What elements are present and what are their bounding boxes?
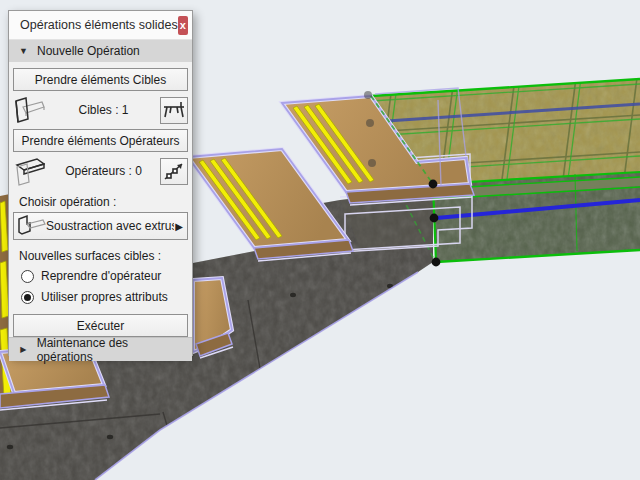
radio-icon[interactable] — [21, 270, 34, 283]
radio-option-propres-attributs[interactable]: Utiliser propres attributs — [21, 289, 188, 305]
section-maintenance[interactable]: ▶ Maintenance des opérations — [9, 337, 192, 361]
targets-counter: Cibles : 1 — [47, 103, 160, 117]
radio-option-reprendre[interactable]: Reprendre d'opérateur — [21, 268, 188, 284]
target-solid-icon — [13, 94, 47, 126]
section-maintenance-label: Maintenance des opérations — [37, 336, 182, 364]
execute-button[interactable]: Exécuter — [13, 314, 188, 337]
operators-counter: Opérateurs : 0 — [47, 164, 160, 178]
radio-icon[interactable] — [21, 291, 34, 304]
section-new-operation[interactable]: ▼ Nouvelle Opération — [9, 40, 192, 62]
dropdown-arrow-icon: ▶ — [174, 221, 184, 232]
palette-titlebar[interactable]: Opérations éléments solides x — [9, 11, 192, 40]
operation-dropdown[interactable]: Soustraction avec extrusi... ▶ — [13, 212, 188, 240]
magic-arrow-icon — [162, 160, 186, 182]
radio-option-propres-attributs-label: Utiliser propres attributs — [41, 290, 168, 304]
section-new-operation-label: Nouvelle Opération — [37, 44, 140, 58]
operator-pick-icon-button[interactable] — [160, 158, 188, 185]
operation-solid-icon — [16, 213, 46, 239]
choose-operation-label: Choisir opération : — [19, 195, 188, 209]
chevron-right-icon: ▶ — [19, 345, 28, 354]
pick-operators-button[interactable]: Prendre éléments Opérateurs — [13, 129, 188, 152]
operation-selected-value: Soustraction avec extrusi... — [46, 219, 174, 233]
pick-targets-button[interactable]: Prendre éléments Cibles — [13, 68, 188, 91]
table-icon — [162, 99, 186, 121]
solid-operations-palette: Opérations éléments solides x ▼ Nouvelle… — [8, 10, 193, 356]
new-surfaces-label: Nouvelles surfaces cibles : — [19, 249, 188, 263]
target-pick-icon-button[interactable] — [160, 97, 188, 124]
palette-title: Opérations éléments solides — [20, 18, 178, 32]
close-icon[interactable]: x — [178, 16, 188, 35]
chevron-down-icon: ▼ — [19, 46, 28, 56]
radio-option-reprendre-label: Reprendre d'opérateur — [41, 269, 161, 283]
operator-solid-icon — [13, 155, 47, 187]
